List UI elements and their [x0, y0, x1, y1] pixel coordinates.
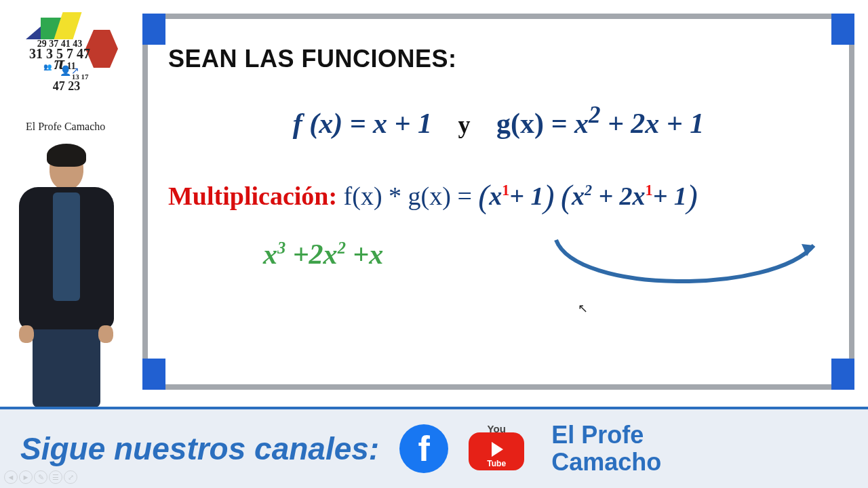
- menu-icon[interactable]: ☰: [49, 470, 62, 484]
- channel-name: El Profe Camacho: [551, 422, 661, 476]
- next-slide-icon[interactable]: ►: [19, 470, 33, 484]
- zoom-icon[interactable]: ⤢: [64, 470, 77, 484]
- presentation-controls[interactable]: ◄ ► ✎ ☰ ⤢: [4, 470, 77, 484]
- fgx-expression: f(x) * g(x) =: [344, 182, 472, 210]
- f-rhs: x + 1: [373, 108, 432, 139]
- logo-num-row: 17: [81, 73, 88, 81]
- channel-logo: 29 37 41 43 31 3 5 7 47 👥 π 11 13 17 47 …: [12, 12, 127, 127]
- presenter-person: [7, 148, 125, 405]
- cursor-icon: ↖: [578, 301, 588, 316]
- multiplication-label: Multiplicación:: [168, 182, 337, 210]
- f-of-x: f (x): [293, 108, 342, 139]
- g-of-x: g(x): [496, 108, 544, 139]
- whiteboard: SEAN LAS FUNCIONES: f (x) = x + 1 y g(x)…: [142, 14, 854, 390]
- footer-cta: Sigue nuestros canales:: [20, 430, 379, 467]
- board-heading: SEAN LAS FUNCIONES:: [168, 45, 829, 73]
- exponent-red: 1: [502, 182, 509, 199]
- board-corner: [142, 359, 165, 390]
- logo-num-row: 47 23: [26, 81, 107, 91]
- functions-definition: f (x) = x + 1 y g(x) = x2 + 2x + 1: [168, 102, 829, 140]
- facebook-icon[interactable]: f: [399, 424, 448, 473]
- board-corner: [142, 14, 165, 45]
- teacher-icon: 👤↗: [60, 65, 79, 76]
- prev-slide-icon[interactable]: ◄: [4, 470, 18, 484]
- and-conjunction: y: [458, 111, 471, 138]
- multiplication-row: Multiplicación: f(x) * g(x) = (x1+ 1) (x…: [168, 178, 829, 215]
- distribution-arrow: [536, 240, 827, 294]
- exponent-red: 1: [646, 182, 653, 199]
- pen-icon[interactable]: ✎: [34, 470, 47, 484]
- board-corner: [831, 14, 854, 45]
- youtube-icon[interactable]: You Tube: [469, 424, 524, 473]
- left-column: 29 37 41 43 31 3 5 7 47 👥 π 11 13 17 47 …: [7, 12, 132, 405]
- logo-parallelogram-yellow: [54, 12, 82, 39]
- board-corner: [831, 359, 854, 390]
- footer-bar: Sigue nuestros canales: f You Tube El Pr…: [0, 407, 868, 488]
- logo-script-name: El Profe Camacho: [26, 121, 105, 133]
